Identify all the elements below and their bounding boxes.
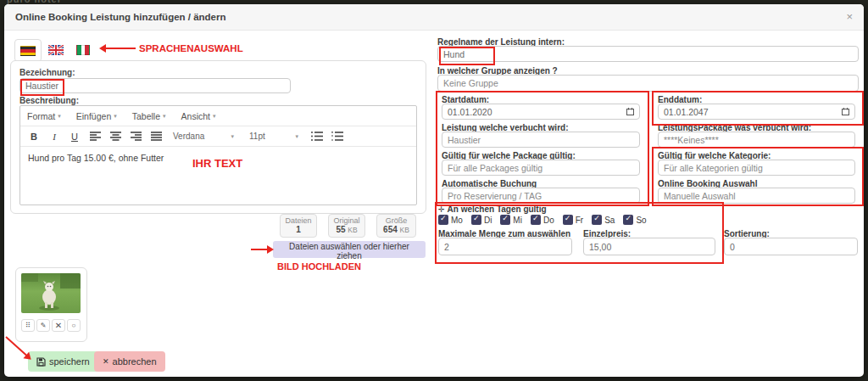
checkbox-checked-icon[interactable]	[623, 215, 633, 225]
font-size-select[interactable]: 11pt▾	[246, 132, 302, 141]
sortierung-input[interactable]	[724, 238, 858, 255]
rotate-circle-icon[interactable]: ○	[67, 319, 81, 332]
german-flag-icon	[20, 46, 36, 56]
modal-title: Online Booking Leistung hinzufügen / änd…	[15, 12, 226, 22]
annotation-your-text: IHR TEXT	[192, 157, 242, 170]
checkbox-checked-icon[interactable]	[592, 215, 602, 225]
day-checkbox-mo[interactable]: Mo	[438, 215, 463, 225]
edit-pencil-icon[interactable]: ✎	[36, 319, 50, 332]
enddatum-input[interactable]: 01.01.2047	[658, 104, 855, 120]
day-checkbox-do[interactable]: Do	[531, 215, 554, 225]
menu-ansicht[interactable]: Ansicht▾	[181, 111, 216, 121]
automatische-buchung-select[interactable]: Pro Reservierung / TAG	[442, 188, 640, 204]
dropdown-caret-icon: ▾	[114, 113, 117, 120]
online-booking-modal: Online Booking Leistung hinzufügen / änd…	[4, 4, 864, 377]
italic-icon[interactable]: I	[47, 130, 61, 143]
delete-x-icon[interactable]: ✕	[52, 319, 65, 332]
regelname-input[interactable]	[437, 46, 859, 62]
stat-groesse: Größe 654 KB	[376, 214, 416, 238]
close-icon[interactable]: ×	[846, 10, 853, 23]
online-booking-auswahl-select[interactable]: Manuelle Auswahl	[658, 188, 855, 204]
dropdown-caret-icon: ▾	[163, 113, 166, 120]
annotation-upload: BILD HOCHLADEN	[277, 261, 361, 272]
language-tab-german[interactable]	[14, 39, 42, 62]
cancel-x-icon: ✕	[103, 357, 109, 366]
font-family-select[interactable]: Verdana▾	[170, 132, 237, 141]
align-left-icon[interactable]	[88, 130, 102, 143]
file-upload-button[interactable]: Dateien auswählen oder hierher ziehen	[273, 241, 426, 258]
bullet-list-icon[interactable]	[310, 130, 324, 143]
calendar-icon[interactable]	[626, 108, 634, 115]
kategorie-select[interactable]: Für alle Kategorien gültig	[658, 160, 855, 176]
day-checkbox-so[interactable]: So	[623, 215, 646, 225]
justify-icon[interactable]	[149, 130, 163, 143]
startdatum-input[interactable]: 01.01.2020	[442, 104, 640, 120]
cancel-button[interactable]: ✕ abbrechen	[94, 351, 165, 372]
menu-format[interactable]: Format▾	[27, 111, 61, 121]
stat-dateien: Dateien 1	[280, 214, 317, 238]
italy-flag-icon	[76, 45, 90, 55]
align-right-icon[interactable]	[129, 130, 142, 143]
dropdown-caret-icon: ▾	[295, 133, 298, 140]
calendar-icon[interactable]	[842, 108, 849, 115]
max-menge-input[interactable]	[438, 238, 572, 255]
align-center-icon[interactable]	[108, 130, 122, 143]
save-icon	[36, 357, 46, 367]
modal-header: Online Booking Leistung hinzufügen / änd…	[4, 4, 864, 31]
numbered-list-icon[interactable]	[331, 130, 344, 143]
bold-icon[interactable]: B	[27, 130, 41, 143]
editor-toolbar: B I U Verdana▾ 11pt▾	[20, 126, 416, 147]
bezeichnung-label: Bezeichnung:	[19, 68, 75, 77]
gruppe-select[interactable]: Keine Gruppe	[437, 75, 859, 92]
drag-handle-icon[interactable]: ⠿	[21, 319, 35, 332]
menu-tabelle[interactable]: Tabelle▾	[132, 111, 166, 121]
package-gueltig-select[interactable]: Für alle Packages gültig	[442, 160, 640, 176]
description-card: Bezeichnung: Beschreibung: Format▾ Einfü…	[10, 60, 426, 214]
dropdown-caret-icon: ▾	[231, 133, 234, 140]
save-button[interactable]: speichern	[28, 351, 98, 372]
day-checkbox-mi[interactable]: Mi	[500, 215, 522, 225]
day-checkbox-sa[interactable]: Sa	[592, 215, 615, 225]
dog-photo	[21, 273, 81, 313]
leistungspackage-select[interactable]: ****Keines****	[658, 132, 855, 148]
uk-flag-icon	[48, 45, 64, 55]
dropdown-caret-icon: ▾	[213, 113, 216, 120]
checkbox-checked-icon[interactable]	[471, 215, 481, 225]
days-valid-label: ✛ An welchen Tagen gültig	[438, 205, 547, 214]
beschreibung-label: Beschreibung:	[19, 96, 79, 105]
days-checkbox-row: Mo Di Mi Do Fr Sa So	[438, 215, 647, 225]
menu-einfuegen[interactable]: Einfügen▾	[76, 111, 117, 121]
language-tab-italian[interactable]	[75, 43, 91, 56]
day-checkbox-di[interactable]: Di	[471, 215, 492, 225]
checkbox-checked-icon[interactable]	[531, 215, 541, 225]
bezeichnung-input[interactable]	[19, 78, 291, 93]
day-checkbox-fr[interactable]: Fr	[563, 215, 583, 225]
language-tab-english[interactable]	[47, 43, 64, 56]
checkbox-checked-icon[interactable]	[563, 215, 573, 225]
dropdown-caret-icon: ▾	[58, 113, 61, 120]
stat-original: Original 55 KB	[328, 214, 365, 238]
checkbox-checked-icon[interactable]	[500, 215, 510, 225]
checkbox-checked-icon[interactable]	[438, 215, 448, 225]
underline-icon[interactable]: U	[68, 130, 81, 143]
move-icon: ✛	[438, 205, 445, 214]
rich-text-editor[interactable]: Format▾ Einfügen▾ Tabelle▾ Ansicht▾ B I …	[19, 105, 417, 205]
uploaded-image-card: ⠿ ✎ ✕ ○	[15, 267, 87, 342]
editor-menubar: Format▾ Einfügen▾ Tabelle▾ Ansicht▾	[20, 106, 416, 126]
annotation-language: SPRACHENAUSWAHL	[139, 43, 243, 53]
einzelpreis-input[interactable]	[583, 238, 715, 255]
leistung-select[interactable]: Haustier	[442, 132, 640, 148]
